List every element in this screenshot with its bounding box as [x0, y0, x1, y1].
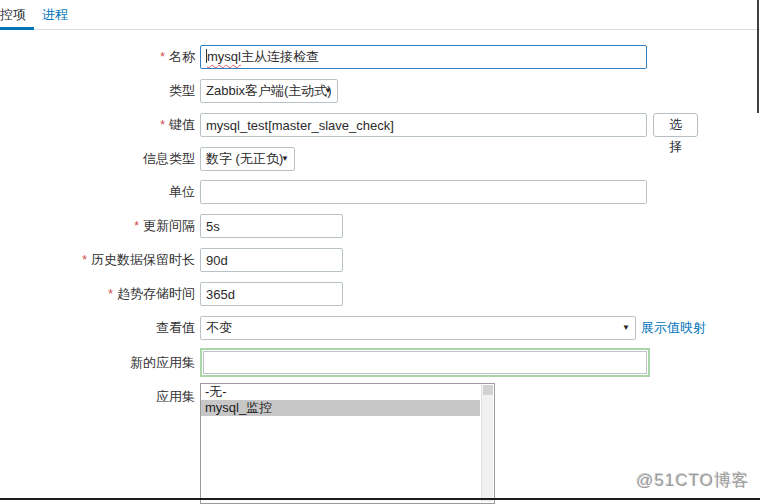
row-trends: *趋势存储时间: [0, 282, 760, 306]
screenshot-bottom-line: [0, 498, 760, 500]
name-value-rest: 主从连接检查: [241, 49, 319, 64]
listbox-scrollbar[interactable]: [481, 385, 493, 502]
new-application-highlight: [200, 348, 650, 377]
chevron-down-icon: ▼: [324, 80, 332, 102]
list-item[interactable]: mysql_监控: [201, 400, 480, 416]
required-asterisk: *: [82, 253, 87, 267]
list-item[interactable]: -无-: [201, 384, 480, 400]
name-input[interactable]: mysql主从连接检查: [200, 45, 647, 69]
key-select-button[interactable]: 选择: [653, 113, 698, 137]
row-key: *键值 选择: [0, 113, 760, 137]
info-type-label: 信息类型: [0, 147, 195, 171]
name-label: *名称: [0, 45, 195, 69]
watermark: @51CTO博客: [636, 469, 750, 492]
chevron-down-icon: ▼: [622, 317, 630, 339]
key-label: *键值: [0, 113, 195, 137]
row-type: 类型 Zabbix客户端(主动式)▼: [0, 79, 760, 103]
units-label: 单位: [0, 180, 195, 204]
trends-input[interactable]: [200, 282, 343, 306]
scrollbar-thumb[interactable]: [483, 385, 493, 395]
row-history: *历史数据保留时长: [0, 248, 760, 272]
name-value-latin: mysql: [207, 49, 241, 64]
key-input[interactable]: [200, 113, 647, 137]
row-units: 单位: [0, 180, 760, 204]
type-select[interactable]: Zabbix客户端(主动式)▼: [200, 79, 338, 103]
required-asterisk: *: [160, 50, 165, 64]
item-config-page: 控项 进程 *名称 mysql主从连接检查 类型 Zabbix客户端(主动式)▼…: [0, 0, 760, 504]
history-label: *历史数据保留时长: [0, 248, 195, 272]
row-new-application: 新的应用集: [0, 348, 760, 377]
update-interval-input[interactable]: [200, 214, 343, 238]
applications-listbox[interactable]: -无- mysql_监控: [200, 383, 495, 504]
required-asterisk: *: [108, 287, 113, 301]
required-asterisk: *: [134, 219, 139, 233]
row-info-type: 信息类型 数字 (无正负)▼: [0, 147, 760, 171]
window-edge-line: [757, 0, 759, 113]
trends-label: *趋势存储时间: [0, 282, 195, 306]
required-asterisk: *: [160, 118, 165, 132]
info-type-select[interactable]: 数字 (无正负)▼: [200, 147, 295, 171]
update-interval-label: *更新间隔: [0, 214, 195, 238]
tab-monitoring-item[interactable]: 控项: [0, 6, 26, 24]
new-application-input[interactable]: [203, 351, 647, 374]
row-update-interval: *更新间隔: [0, 214, 760, 238]
tab-bar: 控项 进程: [0, 0, 760, 30]
chevron-down-icon: ▼: [281, 148, 289, 170]
show-value-select[interactable]: 不变▼: [200, 316, 636, 340]
active-tab-underline: [0, 27, 34, 30]
tab-process[interactable]: 进程: [42, 6, 68, 24]
new-application-label: 新的应用集: [0, 348, 195, 372]
show-value-mappings-link[interactable]: 展示值映射: [641, 316, 706, 340]
units-input[interactable]: [200, 180, 647, 204]
row-show-value: 查看值 不变▼ 展示值映射: [0, 316, 760, 340]
show-value-label: 查看值: [0, 316, 195, 340]
applications-label: 应用集: [0, 385, 195, 409]
type-label: 类型: [0, 79, 195, 103]
row-name: *名称 mysql主从连接检查: [0, 45, 760, 69]
history-input[interactable]: [200, 248, 343, 272]
